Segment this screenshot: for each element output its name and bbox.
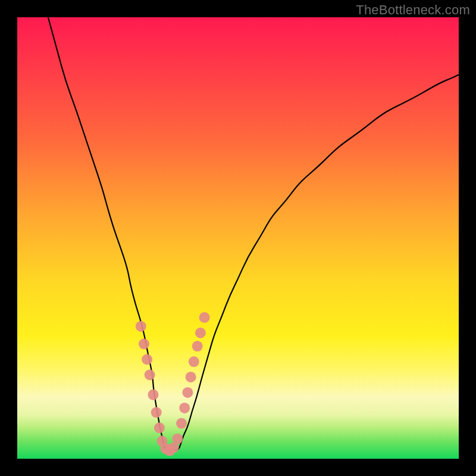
datapoint (172, 434, 183, 444)
datapoint (195, 328, 206, 339)
datapoint (139, 339, 149, 349)
datapoint (192, 341, 203, 352)
datapoint (154, 422, 165, 433)
plot-area (17, 17, 459, 459)
datapoint (186, 372, 196, 383)
datapoint (145, 369, 155, 380)
datapoint (148, 389, 159, 400)
datapoint (151, 407, 162, 418)
datapoint (182, 387, 193, 398)
datapoint (199, 312, 210, 323)
datapoints-layer (136, 312, 210, 456)
datapoint (189, 356, 199, 367)
bottleneck-curve (48, 17, 459, 452)
chart-frame: TheBottleneck.com (0, 0, 476, 476)
datapoint (142, 354, 152, 365)
curve-layer (48, 17, 459, 452)
watermark-text: TheBottleneck.com (356, 2, 470, 18)
datapoint (136, 321, 146, 331)
datapoint (176, 418, 187, 429)
datapoint (179, 403, 190, 414)
chart-svg (17, 17, 459, 459)
